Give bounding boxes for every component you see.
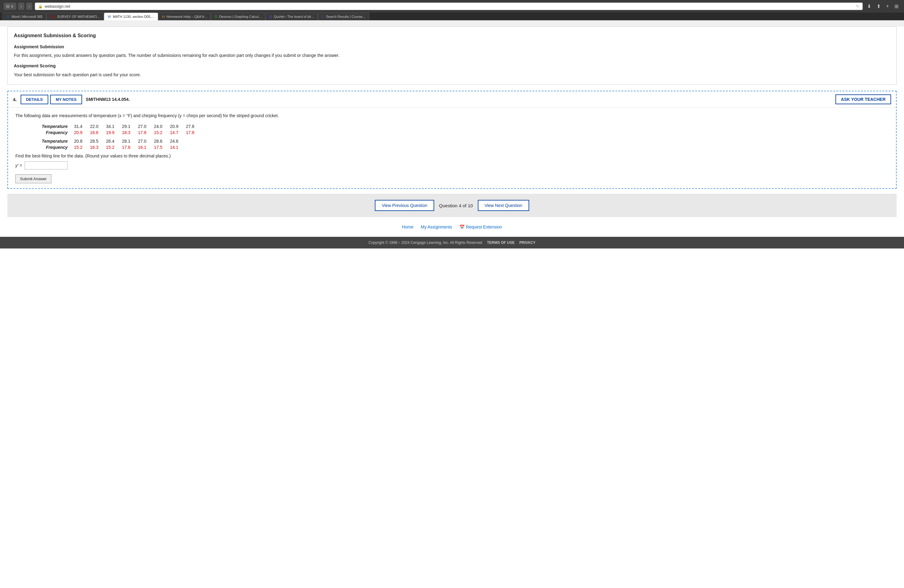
details-button[interactable]: DETAILS xyxy=(21,95,49,104)
freq2-v6: 17.5 xyxy=(151,145,162,150)
terms-link[interactable]: TERMS OF USE xyxy=(487,240,515,245)
navigation-section: View Previous Question Question 4 of 10 … xyxy=(7,194,897,217)
prev-question-button[interactable]: View Previous Question xyxy=(375,200,434,211)
freq2-v3: 15.2 xyxy=(103,145,114,150)
scoring-heading: Assignment Scoring xyxy=(14,62,890,69)
submit-row: Submit Answer xyxy=(15,174,889,183)
assignment-info-box: Assignment Submission & Scoring Assignme… xyxy=(7,27,897,85)
browser-chrome: ⊟ ∨ ‹ › 🔒 webassign.net ↻ ⬇ ⬆ + ⊞ xyxy=(0,0,904,13)
forward-button[interactable]: › xyxy=(26,3,32,10)
tab-word-icon: W xyxy=(6,15,9,19)
tab-homework[interactable]: H Homework Help – Q&A fr... xyxy=(158,13,211,20)
temp1-v7: 20.9 xyxy=(167,124,179,129)
reload-icon[interactable]: ↻ xyxy=(856,4,860,9)
data-table-group2: Temperature 20.8 28.5 26.4 28.1 27.0 28.… xyxy=(34,139,889,150)
tab-quizlet-title: Quizlet › The board of dir... xyxy=(274,15,314,19)
page-wrapper: Assignment Submission & Scoring Assignme… xyxy=(0,27,904,588)
data-row-freq2: Frequency 15.2 16.3 15.2 17.8 16.1 17.5 … xyxy=(34,145,889,150)
temp2-v4: 28.1 xyxy=(119,139,130,144)
calendar-icon: 📅 xyxy=(459,224,466,229)
temp2-v7: 24.6 xyxy=(167,139,179,144)
temp2-v1: 20.8 xyxy=(71,139,82,144)
freq1-v3: 19.9 xyxy=(103,130,114,135)
assignments-link[interactable]: My Assignments xyxy=(421,224,452,229)
next-question-button[interactable]: View Next Question xyxy=(478,200,529,211)
data-row-temp2: Temperature 20.8 28.5 26.4 28.1 27.0 28.… xyxy=(34,139,889,144)
data-table-group1: Temperature 31.4 22.0 34.1 29.1 27.0 24.… xyxy=(34,124,889,135)
copyright-text: Copyright © 1998 – 2024 Cengage Learning… xyxy=(369,240,482,245)
home-link[interactable]: Home xyxy=(402,224,413,229)
question-counter: Question 4 of 10 xyxy=(439,203,473,208)
tab-desmos-icon: D xyxy=(215,15,217,19)
freq2-v2: 16.3 xyxy=(87,145,98,150)
freq1-v2: 16.6 xyxy=(87,130,98,135)
tab-word-title: Word | Microsoft 365 xyxy=(11,15,43,19)
tab-survey-title: SURVEY OF MATHEMATI... xyxy=(57,15,100,19)
assignment-title: Assignment Submission & Scoring xyxy=(14,32,890,40)
temp1-v4: 29.1 xyxy=(119,124,130,129)
freq2-v7: 14.1 xyxy=(167,145,179,150)
temp1-label: Temperature xyxy=(34,124,68,129)
grid-icon[interactable]: ⊞ xyxy=(893,3,900,10)
question-body: The following data are measurements of t… xyxy=(8,107,896,188)
answer-input[interactable] xyxy=(25,161,68,169)
question-block: 4. DETAILS MY NOTES SMITHNM13 14.4.054. … xyxy=(7,91,897,189)
tab-math-title: MATH 1130, section D05,... xyxy=(113,15,154,19)
tab-math[interactable]: W MATH 1130, section D05,... xyxy=(104,13,158,20)
new-tab-icon[interactable]: + xyxy=(884,3,891,10)
window-controls[interactable]: ⊟ ∨ xyxy=(4,3,16,10)
browser-actions: ⬇ ⬆ + ⊞ xyxy=(865,3,900,10)
freq1-v6: 15.2 xyxy=(151,130,162,135)
tab-homework-title: Homework Help – Q&A fr... xyxy=(166,15,207,19)
tab-word[interactable]: W Word | Microsoft 365 xyxy=(2,13,46,20)
tab-search[interactable]: S Search Results | Course... xyxy=(318,13,370,20)
tab-desmos[interactable]: D Desmos | Graphing Calcul... xyxy=(211,13,266,20)
address-bar[interactable]: 🔒 webassign.net ↻ xyxy=(35,2,863,10)
url-text: webassign.net xyxy=(44,4,70,9)
freq1-v8: 17.8 xyxy=(183,130,194,135)
copyright-bar: Copyright © 1998 – 2024 Cengage Learning… xyxy=(0,237,904,248)
submission-heading: Assignment Submission xyxy=(14,43,890,50)
freq1-v4: 18.3 xyxy=(119,130,130,135)
scoring-text: Your best submission for each question p… xyxy=(14,71,890,78)
ask-teacher-button[interactable]: ASK YOUR TEACHER xyxy=(835,95,891,104)
question-description: The following data are measurements of t… xyxy=(15,112,889,119)
tabs-bar: W Word | Microsoft 365 DIL SURVEY OF MAT… xyxy=(0,13,904,20)
tab-quizlet-icon: Q xyxy=(269,15,272,19)
tab-search-title: Search Results | Course... xyxy=(326,15,365,19)
browser-controls: ⊟ ∨ ‹ › xyxy=(4,3,32,10)
tab-survey-icon: DIL xyxy=(51,15,55,19)
tab-survey[interactable]: DIL SURVEY OF MATHEMATI... xyxy=(46,13,104,20)
freq1-label: Frequency xyxy=(34,130,68,135)
temp1-v5: 27.0 xyxy=(135,124,146,129)
temp2-v6: 28.6 xyxy=(151,139,162,144)
download-icon[interactable]: ⬇ xyxy=(865,3,873,10)
privacy-link[interactable]: PRIVACY xyxy=(519,240,535,245)
tab-search-icon: S xyxy=(322,15,324,19)
instruction-text: Find the best-fitting line for the data.… xyxy=(15,153,889,158)
temp2-v3: 26.4 xyxy=(103,139,114,144)
tab-math-icon: W xyxy=(108,15,111,19)
back-button[interactable]: ‹ xyxy=(18,3,24,10)
temp2-label: Temperature xyxy=(34,139,68,144)
tab-quizlet[interactable]: Q Quizlet › The board of dir... xyxy=(266,13,318,20)
mynotes-button[interactable]: MY NOTES xyxy=(50,95,82,104)
lock-icon: 🔒 xyxy=(38,4,43,9)
temp2-v2: 28.5 xyxy=(87,139,98,144)
freq1-v7: 14.7 xyxy=(167,130,179,135)
answer-row: y′ = xyxy=(15,161,889,169)
freq1-v5: 17.8 xyxy=(135,130,146,135)
tab-homework-icon: H xyxy=(162,15,164,19)
freq1-values: 20.9 16.6 19.9 18.3 17.8 15.2 14.7 17.8 xyxy=(71,130,194,135)
share-icon[interactable]: ⬆ xyxy=(875,3,882,10)
temp2-v5: 27.0 xyxy=(135,139,146,144)
freq2-v5: 16.1 xyxy=(135,145,146,150)
freq1-v1: 20.9 xyxy=(71,130,82,135)
temp1-v6: 24.0 xyxy=(151,124,162,129)
data-row-temp1: Temperature 31.4 22.0 34.1 29.1 27.0 24.… xyxy=(34,124,889,129)
temp1-v2: 22.0 xyxy=(87,124,98,129)
extension-link[interactable]: 📅 Request Extension xyxy=(459,224,502,229)
tab-desmos-title: Desmos | Graphing Calcul... xyxy=(219,15,261,19)
freq2-v1: 15.2 xyxy=(71,145,82,150)
submit-button[interactable]: Submit Answer xyxy=(15,174,51,183)
